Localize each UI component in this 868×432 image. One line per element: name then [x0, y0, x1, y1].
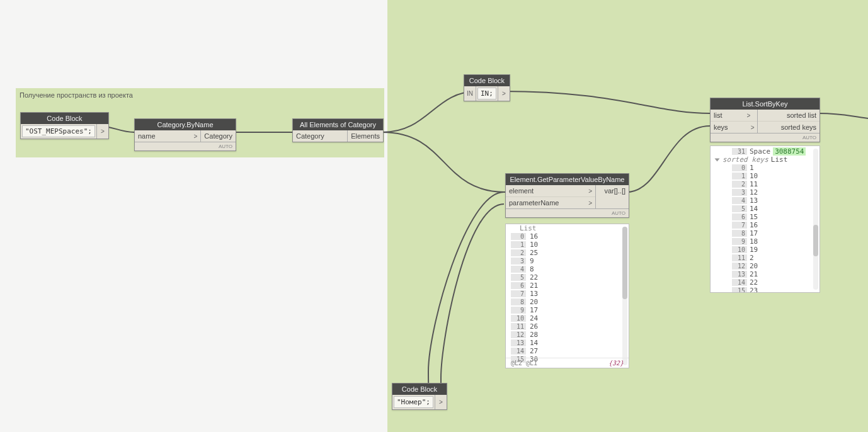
tree-row: 31 Space 3088754	[716, 147, 819, 156]
list-item[interactable]: 522	[506, 273, 629, 281]
preview-footer: @L2 @L1 {32}	[506, 358, 629, 368]
list-item[interactable]: 413	[716, 196, 819, 205]
list-item[interactable]: 1220	[716, 262, 819, 270]
node-list-sort-by-key[interactable]: List.SortByKey list> keys> sorted list s…	[710, 98, 820, 142]
chevron-right-icon: >	[439, 399, 443, 406]
output-port-elements[interactable]: Elements	[348, 130, 383, 142]
code-block-value[interactable]: IN;	[477, 88, 496, 99]
preview-list: 0161102253948522621713820917102411261228…	[506, 232, 629, 363]
output-port[interactable]: >	[96, 124, 108, 139]
node-title: All Elements of Category	[293, 119, 383, 130]
node-category-by-name[interactable]: Category.ByName name> Category AUTO	[134, 118, 236, 151]
list-item[interactable]: 01	[716, 164, 819, 172]
list-item[interactable]: 312	[716, 188, 819, 196]
list-item[interactable]: 112	[716, 254, 819, 262]
node-title: Code Block	[392, 384, 447, 395]
list-item[interactable]: 514	[716, 205, 819, 213]
list-item[interactable]: 211	[716, 180, 819, 188]
node-code-block-ost[interactable]: Code Block "OST_MEPSpaces"; >	[20, 112, 109, 139]
list-item[interactable]: 1228	[506, 331, 629, 339]
scrollbar-thumb[interactable]	[813, 225, 818, 256]
list-item[interactable]: 48	[506, 265, 629, 273]
chevron-right-icon: >	[751, 124, 755, 131]
input-port-name[interactable]: name>	[135, 130, 200, 142]
list-item[interactable]: 615	[716, 213, 819, 221]
preview-list: 0111021131241351461571681791810191121220…	[716, 164, 819, 293]
list-item[interactable]: 1314	[506, 339, 629, 347]
preview-header: List	[506, 224, 629, 232]
lacing-indicator: AUTO	[711, 133, 819, 142]
list-item[interactable]: 917	[506, 306, 629, 314]
node-code-block-nomer[interactable]: Code Block "Номер"; >	[392, 383, 447, 410]
list-item[interactable]: 1019	[716, 246, 819, 254]
node-get-parameter-value-by-name[interactable]: Element.GetParameterValueByName element>…	[505, 173, 629, 218]
caret-down-icon[interactable]	[715, 158, 720, 161]
code-block-value[interactable]: "OST_MEPSpaces";	[22, 125, 95, 137]
list-item[interactable]: 713	[506, 290, 629, 298]
scrollbar-thumb[interactable]	[622, 227, 627, 299]
node-title: Code Block	[464, 75, 510, 86]
list-item[interactable]: 1523	[716, 287, 819, 293]
node-all-elements-of-category[interactable]: All Elements of Category Category Elemen…	[292, 118, 384, 142]
list-item[interactable]: 1427	[506, 347, 629, 355]
list-item[interactable]: 918	[716, 237, 819, 246]
node-code-block-in[interactable]: Code Block IN IN; >	[464, 74, 510, 101]
node-title: List.SortByKey	[711, 98, 819, 110]
list-item[interactable]: 817	[716, 229, 819, 237]
scrollbar[interactable]	[813, 149, 818, 290]
output-port[interactable]: >	[435, 395, 447, 409]
preview-panel-sort[interactable]: 31 Space 3088754 sorted keys List 011102…	[710, 145, 820, 293]
node-graph-canvas[interactable]: Получение пространств из проекта Code Bl…	[0, 0, 868, 432]
list-item[interactable]: 1422	[716, 278, 819, 287]
group-title: Получение пространств из проекта	[20, 91, 133, 99]
node-title: Category.ByName	[135, 119, 236, 130]
chevron-right-icon: >	[194, 133, 198, 140]
output-port-sorted-list[interactable]: sorted list	[758, 110, 819, 122]
input-port-keys[interactable]: keys>	[711, 122, 757, 133]
list-item[interactable]: 1024	[506, 314, 629, 322]
list-item[interactable]: 016	[506, 232, 629, 241]
level-indicator: @L2 @L1	[511, 360, 537, 367]
item-count: {32}	[608, 360, 624, 367]
input-port-parametername[interactable]: parameterName>	[506, 197, 595, 208]
chevron-right-icon: >	[101, 128, 105, 135]
input-port[interactable]: IN	[464, 86, 476, 101]
tree-section: sorted keys List	[716, 156, 819, 164]
input-port-list[interactable]: list>	[711, 110, 757, 122]
lacing-indicator: AUTO	[506, 208, 629, 217]
list-item[interactable]: 225	[506, 249, 629, 257]
node-title: Code Block	[21, 113, 108, 124]
list-item[interactable]: 110	[506, 241, 629, 249]
chevron-right-icon: >	[588, 200, 592, 207]
preview-panel-parameter[interactable]: List 01611022539485226217138209171024112…	[505, 224, 629, 368]
chevron-right-icon: >	[746, 112, 750, 119]
chevron-right-icon: >	[588, 188, 592, 195]
list-item[interactable]: 820	[506, 298, 629, 306]
output-port-var[interactable]: var[]..[]	[596, 185, 629, 196]
input-port-element[interactable]: element>	[506, 185, 595, 197]
list-item[interactable]: 1126	[506, 322, 629, 331]
input-port-category[interactable]: Category	[293, 130, 347, 142]
lacing-indicator: AUTO	[135, 142, 236, 151]
list-item[interactable]: 39	[506, 257, 629, 265]
output-port-sorted-keys[interactable]: sorted keys	[758, 122, 819, 133]
list-item[interactable]: 1321	[716, 270, 819, 278]
code-block-value[interactable]: "Номер";	[394, 396, 433, 408]
node-title: Element.GetParameterValueByName	[506, 174, 629, 185]
chevron-right-icon: >	[502, 90, 506, 97]
list-item[interactable]: 110	[716, 172, 819, 180]
output-port[interactable]: >	[498, 86, 510, 101]
list-item[interactable]: 621	[506, 281, 629, 290]
output-port-category[interactable]: Category	[201, 130, 236, 142]
list-item[interactable]: 716	[716, 221, 819, 229]
